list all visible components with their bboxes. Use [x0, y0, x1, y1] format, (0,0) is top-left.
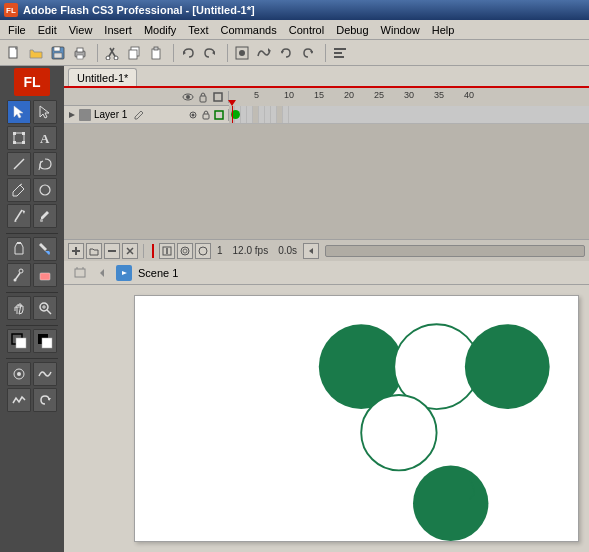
zoom-tool[interactable]	[33, 296, 57, 320]
menu-commands[interactable]: Commands	[214, 22, 282, 38]
toolbox: FL A	[0, 66, 64, 552]
paste-button[interactable]	[146, 43, 166, 63]
svg-rect-68	[108, 250, 116, 252]
tool-row-9	[7, 329, 57, 353]
menu-text[interactable]: Text	[182, 22, 214, 38]
onion-btn[interactable]	[177, 243, 193, 259]
tl-controls: 1 12.0 fps 0.0s	[64, 239, 589, 261]
fill-color-btn[interactable]	[33, 329, 57, 353]
layer-visible-icon[interactable]	[188, 110, 198, 120]
svg-line-34	[39, 161, 41, 170]
pencil-tool[interactable]	[7, 204, 31, 228]
menu-help[interactable]: Help	[426, 22, 461, 38]
svg-point-85	[361, 395, 436, 470]
line-tool[interactable]	[7, 152, 31, 176]
timeline-tab[interactable]: Untitled-1*	[68, 68, 137, 86]
rotate-right-button[interactable]	[298, 43, 318, 63]
frame-tick-40: 40	[464, 90, 474, 100]
svg-rect-76	[75, 269, 85, 277]
edit-scene-btn[interactable]	[72, 265, 88, 281]
back-btn[interactable]	[94, 265, 110, 281]
svg-marker-61	[69, 112, 75, 118]
rotate-ccw-btn[interactable]	[33, 388, 57, 412]
tool-separator-4	[6, 358, 58, 359]
lasso-tool[interactable]	[33, 152, 57, 176]
align-button[interactable]	[330, 43, 350, 63]
snap-button[interactable]	[232, 43, 252, 63]
menu-modify[interactable]: Modify	[138, 22, 182, 38]
ink-bottle-tool[interactable]	[7, 237, 31, 261]
menu-edit[interactable]: Edit	[32, 22, 63, 38]
subselect-tool[interactable]	[33, 100, 57, 124]
visibility-icon	[182, 91, 194, 103]
hand-tool[interactable]	[7, 296, 31, 320]
eyedropper-tool[interactable]	[7, 263, 31, 287]
save-button[interactable]	[48, 43, 68, 63]
cut-button[interactable]	[102, 43, 122, 63]
tl-scrollbar[interactable]	[325, 245, 585, 257]
pen-tool[interactable]	[7, 178, 31, 202]
tl-frames-area	[229, 106, 589, 123]
svg-marker-26	[40, 106, 49, 118]
current-frame-display: 1	[217, 245, 223, 256]
svg-point-36	[40, 185, 50, 195]
svg-point-84	[465, 324, 550, 409]
delete-layer-btn[interactable]	[104, 243, 120, 259]
layer-outline-icon[interactable]	[214, 110, 224, 120]
smooth-btn[interactable]	[33, 362, 57, 386]
snap-objects-btn[interactable]	[7, 362, 31, 386]
open-button[interactable]	[26, 43, 46, 63]
svg-rect-31	[22, 141, 25, 144]
tool-row-7	[7, 263, 57, 287]
menu-insert[interactable]: Insert	[98, 22, 138, 38]
smooth-left-button[interactable]	[254, 43, 274, 63]
menu-view[interactable]: View	[63, 22, 99, 38]
svg-point-9	[106, 56, 110, 60]
playhead-arrow	[228, 100, 236, 106]
menu-debug[interactable]: Debug	[330, 22, 374, 38]
tl-frames-ruler: 5 10 15 20 25 30 35 40	[229, 88, 589, 106]
timeline: 5 10 15 20 25 30 35 40	[64, 86, 589, 261]
rotate-left-button[interactable]	[276, 43, 296, 63]
svg-marker-25	[14, 106, 23, 118]
eraser-tool[interactable]	[33, 263, 57, 287]
title-bar: FL Adobe Flash CS3 Professional - [Untit…	[0, 0, 589, 20]
menu-window[interactable]: Window	[375, 22, 426, 38]
paint-bucket-tool[interactable]	[33, 237, 57, 261]
add-layer-btn[interactable]	[68, 243, 84, 259]
svg-line-47	[47, 310, 51, 314]
scroll-left-btn[interactable]	[303, 243, 319, 259]
new-button[interactable]	[4, 43, 24, 63]
frame-tick-30: 30	[404, 90, 414, 100]
copy-button[interactable]	[124, 43, 144, 63]
timeline-tab-bar: Untitled-1*	[64, 66, 589, 86]
stroke-color-btn[interactable]	[7, 329, 31, 353]
toolbar-separator-1	[94, 44, 98, 62]
svg-point-44	[14, 279, 17, 282]
scene-bar: Scene 1	[64, 261, 589, 285]
center-frame-btn[interactable]	[159, 243, 175, 259]
menu-file[interactable]: File	[2, 22, 32, 38]
redo-button[interactable]	[200, 43, 220, 63]
tool-row-5	[7, 204, 57, 228]
oval-tool[interactable]	[33, 178, 57, 202]
brush-tool[interactable]	[33, 204, 57, 228]
onion-outlines-btn[interactable]	[195, 243, 211, 259]
svg-rect-23	[334, 52, 342, 54]
layer-lock-icon[interactable]	[201, 110, 211, 120]
select-tool[interactable]	[7, 100, 31, 124]
tl-frames-bg	[229, 106, 589, 123]
canvas-area[interactable]	[64, 285, 589, 552]
add-folder-btn[interactable]	[86, 243, 102, 259]
frame-cell	[283, 106, 289, 123]
print-button[interactable]	[70, 43, 90, 63]
straighten-btn[interactable]	[7, 388, 31, 412]
stage[interactable]	[134, 295, 579, 542]
tool-row-6	[7, 237, 57, 261]
outline-icon	[212, 91, 224, 103]
delete-btn[interactable]	[122, 243, 138, 259]
undo-button[interactable]	[178, 43, 198, 63]
free-transform-tool[interactable]	[7, 126, 31, 150]
menu-control[interactable]: Control	[283, 22, 330, 38]
text-tool[interactable]: A	[33, 126, 57, 150]
